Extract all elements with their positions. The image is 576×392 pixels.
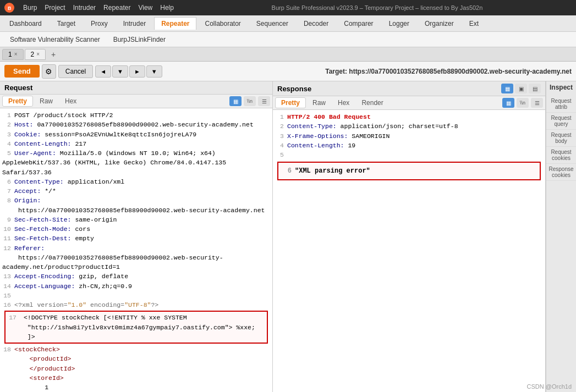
response-panel-header: Response ▦ ▣ ▤ [273, 81, 545, 96]
settings-button[interactable]: ⚙ [42, 64, 56, 79]
request-tab-raw[interactable]: Raw [34, 96, 58, 106]
request-title: Request [4, 84, 32, 92]
line-11: 11Sec-Fetch-Dest: empty [2, 234, 270, 243]
svg-text:B: B [8, 5, 12, 11]
request-panel: Request Pretty Raw Hex ▦ \\n ☰ 1POST /pr… [0, 81, 273, 392]
inspector-title: Inspect [550, 84, 573, 91]
tab-organizer[interactable]: Organizer [418, 17, 461, 30]
xxe-block: 17 <!DOCTYPE stockCheck [<!ENTITY % xxe … [4, 311, 268, 344]
response-icon-grid[interactable]: ▦ [501, 84, 513, 93]
inspector-request-body[interactable]: Requestbody [546, 130, 576, 147]
repeater-tab-2[interactable]: 2 × [25, 49, 46, 60]
tab-dashboard[interactable]: Dashboard [2, 17, 49, 30]
tab-collaborator[interactable]: Collaborator [198, 17, 248, 30]
repeater-tab-1[interactable]: 1 × [2, 49, 24, 60]
menu-project[interactable]: Project [45, 4, 65, 12]
target-url: Target: https://0a770001035276808​5efb88… [164, 68, 572, 75]
tab-proxy[interactable]: Proxy [84, 17, 115, 30]
response-icon-ln[interactable]: \\n [517, 98, 529, 108]
tab-comparer[interactable]: Comparer [337, 17, 380, 30]
repeater-toolbar: Send ⚙ Cancel ◄ ▼ ► ▼ Target: https://0a… [0, 62, 576, 81]
line-13: 13Accept-Encoding: gzip, deflate [2, 272, 270, 281]
line-2: 2Host: 0a770001035276808​5efb88900d90002… [2, 120, 270, 129]
response-panel-icons: ▦ \\n ☰ [502, 98, 543, 108]
menu-help[interactable]: Help [160, 4, 174, 12]
xml-error-box: 6"XML parsing error" [277, 162, 541, 180]
menu-bar[interactable]: Burp Project Intruder Repeater View Help [23, 4, 174, 12]
inspector-request-attrib[interactable]: Requestattrib [546, 96, 576, 113]
line-14: 14Accept-Language: zh-CN,zh;q=0.9 [2, 281, 270, 291]
tab-2-close-icon[interactable]: × [36, 51, 40, 57]
line-6: 6Content-Type: application/xml [2, 177, 270, 186]
request-icon-ln[interactable]: \\n [244, 96, 256, 106]
nav-next-button[interactable]: ► [129, 65, 145, 78]
send-button[interactable]: Send [4, 65, 40, 78]
line-15: 15 [2, 291, 270, 300]
menu-burp[interactable]: Burp [23, 4, 37, 12]
tab-add-button[interactable]: + [47, 49, 60, 60]
request-tab-pretty[interactable]: Pretty [2, 96, 33, 107]
tab-target[interactable]: Target [50, 17, 83, 30]
response-content: 1HTTP/2 400 Bad Request 2Content-Type: a… [273, 110, 545, 392]
line-22: 1 [2, 383, 270, 392]
tab-sequencer[interactable]: Sequencer [249, 17, 295, 30]
request-icon-grid[interactable]: ▦ [229, 96, 242, 106]
response-tab-raw[interactable]: Raw [307, 98, 331, 108]
menu-intruder[interactable]: Intruder [73, 4, 96, 12]
response-tab-pretty[interactable]: Pretty [275, 97, 306, 108]
line-12b: https://0a770001035276808​5efb88900d9000… [2, 253, 270, 272]
line-10: 10Sec-Fetch-Mode: cors [2, 224, 270, 234]
response-panel-tabs: Pretty Raw Hex Render ▦ \\n ☰ [273, 96, 545, 110]
response-title: Response [277, 85, 311, 93]
request-panel-tabs: Pretty Raw Hex ▦ \\n ☰ [0, 95, 272, 108]
request-content: 1POST /product/stock HTTP/2 2Host: 0a770… [0, 108, 272, 392]
response-icon-menu[interactable]: ☰ [531, 98, 543, 108]
line-18: 18<stockCheck> [2, 345, 270, 354]
line-21: <storeId> [2, 373, 270, 383]
subnav-scanner[interactable]: Software Vulnerability Scanner [4, 35, 106, 45]
tab-decoder[interactable]: Decoder [297, 17, 336, 30]
nav-arrows: ◄ ▼ ► ▼ [95, 65, 162, 78]
response-icon-search[interactable]: ▦ [502, 98, 514, 108]
sub-nav: Software Vulnerability Scanner BurpJSLin… [0, 32, 576, 47]
line-4: 4Content-Length: 217 [2, 139, 270, 148]
inspector-panel: Inspect Requestattrib Requestquery Reque… [546, 81, 576, 392]
inspector-request-cookies[interactable]: Requestcookies [546, 147, 576, 164]
nav-next-dropdown[interactable]: ▼ [146, 65, 162, 78]
inspector-request-query[interactable]: Requestquery [546, 113, 576, 130]
window-title: Burp Suite Professional v2023.9 – Tempor… [183, 4, 572, 11]
tab-logger[interactable]: Logger [382, 17, 416, 30]
line-7: 7Accept: */* [2, 186, 270, 196]
nav-prev-button[interactable]: ◄ [95, 65, 111, 78]
title-bar: B Burp Project Intruder Repeater View He… [0, 0, 576, 15]
line-8b: https://0a770001035276808​5efb88900d9000… [2, 206, 270, 215]
resp-line-4: 4Content-Length: 19 [275, 141, 543, 150]
response-tab-render[interactable]: Render [356, 98, 388, 108]
nav-prev-dropdown[interactable]: ▼ [112, 65, 128, 78]
request-tab-hex[interactable]: Hex [59, 96, 82, 106]
inspector-response-cookies[interactable]: Responsecookies [546, 164, 576, 181]
tab-repeater[interactable]: Repeater [154, 17, 196, 30]
line-3: 3Cookie: session=PsoA2EVnUwltKe8qttcIsn6… [2, 130, 270, 139]
line-16: 16<?xml version="1.0" encoding="UTF-8"?> [2, 300, 270, 310]
response-panel: Response ▦ ▣ ▤ Pretty Raw Hex Render ▦ \… [273, 81, 546, 392]
main-nav: Dashboard Target Proxy Intruder Repeater… [0, 15, 576, 32]
cancel-button[interactable]: Cancel [58, 65, 93, 78]
tab-1-close-icon[interactable]: × [14, 51, 18, 57]
line-20: </productId> [2, 364, 270, 373]
request-icon-menu[interactable]: ☰ [258, 96, 270, 106]
repeater-tab-bar: 1 × 2 × + [0, 47, 576, 62]
resp-line-5: 5 [275, 150, 543, 159]
response-tab-hex[interactable]: Hex [332, 98, 355, 108]
resp-line-2: 2Content-Type: application/json; charset… [275, 122, 543, 131]
tab-ext[interactable]: Ext [462, 17, 486, 30]
subnav-burpjslinkfinder[interactable]: BurpJSLinkFinder [108, 35, 171, 45]
response-icon-grid2[interactable]: ▣ [515, 84, 527, 93]
line-19: <productId> [2, 354, 270, 363]
line-17b: "http://1shw8i7ytlv8xvt0mimz4a67gympaiy7… [8, 323, 265, 332]
menu-repeater[interactable]: Repeater [103, 4, 130, 12]
tab-intruder[interactable]: Intruder [116, 17, 153, 30]
menu-view[interactable]: View [138, 4, 152, 12]
burp-logo: B [4, 3, 14, 13]
response-icon-grid3[interactable]: ▤ [529, 84, 541, 93]
